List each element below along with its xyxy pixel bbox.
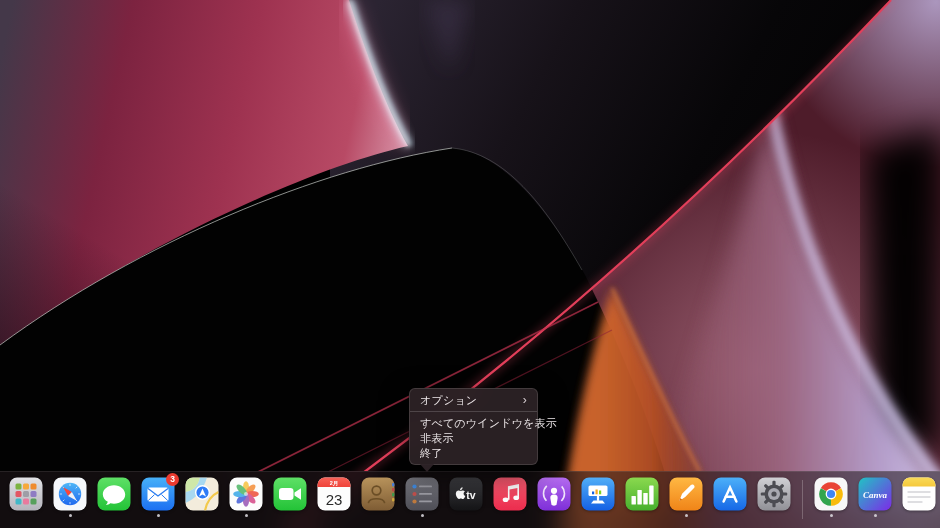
running-indicator — [685, 514, 688, 517]
canva-label: Canva — [863, 490, 888, 500]
dock-icon-podcasts[interactable] — [537, 477, 571, 511]
dock-icon-appstore[interactable] — [713, 477, 747, 511]
running-indicator-empty — [201, 514, 204, 517]
dock-icon-messages[interactable] — [97, 477, 131, 511]
dock-icon-contacts[interactable] — [361, 477, 395, 511]
dock-icon-music[interactable] — [493, 477, 527, 511]
running-indicator-empty — [553, 514, 556, 517]
dock-icon-chrome[interactable] — [814, 477, 848, 511]
running-indicator — [874, 514, 877, 517]
dock-item-facetime — [268, 477, 312, 517]
dock-item-contacts — [356, 477, 400, 517]
dock-icon-notes[interactable] — [902, 477, 936, 511]
dock-item-launchpad — [4, 477, 48, 517]
notification-badge: 3 — [166, 473, 179, 486]
running-indicator-empty — [509, 514, 512, 517]
dock-icon-launchpad[interactable] — [9, 477, 43, 511]
running-indicator — [830, 514, 833, 517]
dock-item-reminders — [400, 477, 444, 517]
dock-icon-mail[interactable]: 3 — [141, 477, 175, 511]
running-indicator — [245, 514, 248, 517]
submenu-chevron-icon: › — [523, 393, 527, 408]
running-indicator-empty — [773, 514, 776, 517]
menu-item-quit[interactable]: 終了 — [410, 446, 537, 461]
dock-item-messages — [92, 477, 136, 517]
dock-item-pages — [664, 477, 708, 517]
dock-item-appletv: tv — [444, 477, 488, 517]
running-indicator-empty — [377, 514, 380, 517]
running-indicator-empty — [465, 514, 468, 517]
dock-item-settings — [752, 477, 796, 517]
running-indicator-empty — [289, 514, 292, 517]
dock-context-menu: オプション›すべてのウインドウを表示非表示終了 — [409, 388, 538, 465]
menu-item-show-all-windows[interactable]: すべてのウインドウを表示 — [410, 416, 537, 431]
dock-icon-numbers[interactable] — [625, 477, 659, 511]
menu-item-label: オプション — [420, 393, 477, 408]
dock-item-canva: Canva — [853, 477, 897, 517]
dock-item-mail: 3 — [136, 477, 180, 517]
running-indicator — [157, 514, 160, 517]
dock-icon-maps[interactable] — [185, 477, 219, 511]
running-indicator-empty — [333, 514, 336, 517]
menu-separator — [410, 411, 537, 412]
running-indicator — [421, 514, 424, 517]
dock-item-chrome — [809, 477, 853, 517]
dock-icon-appletv[interactable]: tv — [449, 477, 483, 511]
calendar-day: 23 — [326, 491, 343, 508]
dock-item-numbers — [620, 477, 664, 517]
dock-icon-facetime[interactable] — [273, 477, 307, 511]
running-indicator-empty — [918, 514, 921, 517]
appletv-label: tv — [466, 489, 475, 501]
dock-icon-canva[interactable]: Canva — [858, 477, 892, 511]
dock-icon-settings[interactable] — [757, 477, 791, 511]
dock-item-keynote — [576, 477, 620, 517]
running-indicator-empty — [597, 514, 600, 517]
dock-icon-reminders[interactable] — [405, 477, 439, 511]
dock: 3 2月 23 tv Canva — [0, 471, 940, 528]
menu-item-hide[interactable]: 非表示 — [410, 431, 537, 446]
dock-item-podcasts — [532, 477, 576, 517]
dock-divider — [796, 477, 809, 519]
running-indicator-empty — [729, 514, 732, 517]
dock-icon-pages[interactable] — [669, 477, 703, 511]
menu-item-options[interactable]: オプション› — [410, 393, 537, 408]
running-indicator-empty — [25, 514, 28, 517]
dock-icon-calendar[interactable]: 2月 23 — [317, 477, 351, 511]
dock-icon-safari[interactable] — [53, 477, 87, 511]
dock-item-music — [488, 477, 532, 517]
running-indicator-empty — [113, 514, 116, 517]
dock-item-maps — [180, 477, 224, 517]
desktop: オプション›すべてのウインドウを表示非表示終了 3 2月 23 tv Canva — [0, 0, 940, 528]
running-indicator — [69, 514, 72, 517]
calendar-month: 2月 — [330, 480, 339, 487]
dock-item-notes — [897, 477, 940, 517]
dock-icon-photos[interactable] — [229, 477, 263, 511]
dock-item-calendar: 2月 23 — [312, 477, 356, 517]
dock-item-photos — [224, 477, 268, 517]
menu-item-label: 非表示 — [420, 431, 454, 446]
menu-item-label: すべてのウインドウを表示 — [420, 416, 557, 431]
dock-icon-keynote[interactable] — [581, 477, 615, 511]
dock-item-safari — [48, 477, 92, 517]
running-indicator-empty — [641, 514, 644, 517]
menu-item-label: 終了 — [420, 446, 442, 461]
dock-item-appstore — [708, 477, 752, 517]
